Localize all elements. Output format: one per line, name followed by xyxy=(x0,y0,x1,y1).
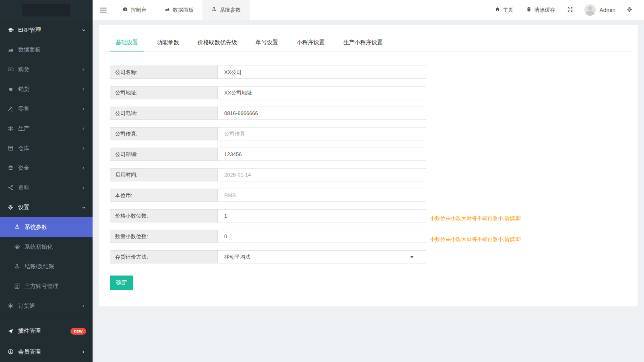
confirm-button[interactable]: 确定 xyxy=(110,276,133,290)
chevron-left-icon xyxy=(81,146,86,151)
table-spacer-row xyxy=(110,222,426,230)
sidebar-item-members[interactable]: 会员管理 xyxy=(0,342,93,362)
sidebar-item-erp-manage[interactable]: ERP管理 xyxy=(0,20,93,40)
tab-miniprogram-settings[interactable]: 小程序设置 xyxy=(291,35,330,51)
database-icon xyxy=(7,165,14,171)
topnav-tab-label: 控制台 xyxy=(131,6,147,14)
table-spacer-row xyxy=(110,243,426,251)
settings-card: 基础设置 功能参数 价格取数优先级 单号设置 小程序设置 生产小程序设置 公司名… xyxy=(99,25,638,306)
sidebar-item-label: 销货 xyxy=(18,86,81,93)
sidebar-item-label: 系统初始化 xyxy=(25,243,86,251)
tab-basic-settings[interactable]: 基础设置 xyxy=(110,35,144,51)
table-spacer-row xyxy=(110,140,426,148)
fullscreen-button[interactable] xyxy=(561,0,579,20)
valuation-method-select[interactable]: 移动平均法 xyxy=(218,251,426,263)
clear-cache-link[interactable]: 清除缓存 xyxy=(520,0,561,20)
sidebar-item-label: ERP管理 xyxy=(18,27,81,34)
user-menu[interactable]: Admin xyxy=(579,0,621,20)
sidebar-item-sales[interactable]: 销货 xyxy=(0,79,93,99)
company-address-input[interactable] xyxy=(218,87,426,99)
company-fax-input[interactable] xyxy=(218,128,426,140)
money-icon xyxy=(7,66,14,72)
sidebar: ERP管理 数据面板 购货 xyxy=(0,0,93,362)
chevron-down-icon xyxy=(81,28,86,33)
price-decimal-input[interactable] xyxy=(218,210,426,222)
home-icon xyxy=(495,6,500,13)
table-row: 数量小数位数: xyxy=(110,230,426,243)
table-spacer-row xyxy=(110,202,426,210)
field-label: 公司传真: xyxy=(110,128,218,140)
enable-date-input[interactable] xyxy=(218,169,426,181)
hamburger-icon xyxy=(100,8,107,12)
topnav-tab-data-panel[interactable]: 数据面板 xyxy=(155,0,202,20)
table-row: 存货计价方法: 移动平均法 xyxy=(110,251,426,263)
topnav-tab-label: 系统参数 xyxy=(220,6,241,14)
sidebar-item-data-panel[interactable]: 数据面板 xyxy=(0,40,93,60)
sidebar-item-master-data[interactable]: 资料 xyxy=(0,178,93,197)
table-spacer-row xyxy=(110,99,426,107)
sidebar-item-purchase[interactable]: 购货 xyxy=(0,60,93,79)
company-phone-input[interactable] xyxy=(218,107,426,119)
graduation-cap-icon xyxy=(7,27,14,33)
area-chart-icon xyxy=(7,47,14,53)
gauge-icon xyxy=(122,6,128,13)
paw-icon xyxy=(14,244,21,250)
sidebar-item-label: 资料 xyxy=(18,184,81,191)
field-label: 数量小数位数: xyxy=(110,230,218,243)
sidebar-item-order-link[interactable]: 订货通 xyxy=(0,296,93,316)
sidebar-item-label: 三方账号管理 xyxy=(25,283,86,290)
chevron-left-icon xyxy=(81,87,86,92)
sidebar-item-funds[interactable]: 资金 xyxy=(0,158,93,178)
sidebar-item-plugins[interactable]: 插件管理 new xyxy=(0,319,93,342)
home-link[interactable]: 主页 xyxy=(488,0,520,20)
quantity-decimal-input[interactable] xyxy=(218,230,426,243)
field-label: 公司名称: xyxy=(110,66,218,79)
tab-price-priority[interactable]: 价格取数优先级 xyxy=(192,35,243,51)
topnav-tab-console[interactable]: 控制台 xyxy=(114,0,155,20)
sidebar-toggle-button[interactable] xyxy=(93,0,114,20)
tab-doc-number-settings[interactable]: 单号设置 xyxy=(250,35,284,51)
field-label: 本位币: xyxy=(110,189,218,202)
table-row: 启用时间: xyxy=(110,169,426,181)
base-currency-input[interactable] xyxy=(218,189,426,202)
tab-production-miniprogram-settings[interactable]: 生产小程序设置 xyxy=(338,35,388,51)
sidebar-item-system-params[interactable]: 系统参数 xyxy=(0,217,93,237)
chevron-left-icon xyxy=(81,126,86,131)
tab-function-params[interactable]: 功能参数 xyxy=(151,35,185,51)
anchor-icon xyxy=(211,6,217,13)
expand-icon xyxy=(567,6,573,14)
asterisk-icon xyxy=(7,125,14,132)
chevron-down-icon xyxy=(81,205,86,210)
sidebar-item-label: 仓库 xyxy=(18,145,81,152)
sidebar-item-label: 结账/反结账 xyxy=(25,263,86,270)
sidebar-item-warehouse[interactable]: 仓库 xyxy=(0,138,93,158)
sidebar-item-retail[interactable]: 零售 xyxy=(0,99,93,119)
cogs-icon xyxy=(7,204,14,210)
address-book-icon xyxy=(14,283,21,289)
archive-icon xyxy=(7,145,14,151)
area-chart-icon xyxy=(164,6,170,13)
sidebar-item-label: 设置 xyxy=(18,204,81,211)
sidebar-item-system-init[interactable]: 系统初始化 xyxy=(0,237,93,257)
sidebar-item-closing[interactable]: 结账/反结账 xyxy=(0,257,93,276)
anchor-icon xyxy=(14,263,21,269)
table-row: 价格小数位数: xyxy=(110,210,426,222)
topnav-tab-system-params[interactable]: 系统参数 xyxy=(202,0,250,20)
sidebar-item-production[interactable]: 生产 xyxy=(0,119,93,138)
field-label: 公司邮编: xyxy=(110,148,218,161)
table-spacer-row xyxy=(110,120,426,128)
field-label: 启用时间: xyxy=(110,169,218,181)
asterisk-icon xyxy=(7,303,14,309)
table-row: 公司地址: xyxy=(110,86,426,99)
settings-button[interactable] xyxy=(621,0,638,20)
top-navbar: 控制台 数据面板 系统参数 主页 xyxy=(93,0,644,20)
main-area: 控制台 数据面板 系统参数 主页 xyxy=(93,0,644,362)
sidebar-item-settings[interactable]: 设置 xyxy=(0,197,93,217)
topnav-spacer xyxy=(250,0,488,20)
user-circle-icon xyxy=(7,349,14,355)
company-zip-input[interactable] xyxy=(218,148,426,160)
sidebar-item-third-party-accounts[interactable]: 三方账号管理 xyxy=(0,276,93,296)
sidebar-item-label: 零售 xyxy=(18,105,81,113)
company-name-input[interactable] xyxy=(218,66,426,78)
submit-row: 确定 xyxy=(110,276,632,301)
